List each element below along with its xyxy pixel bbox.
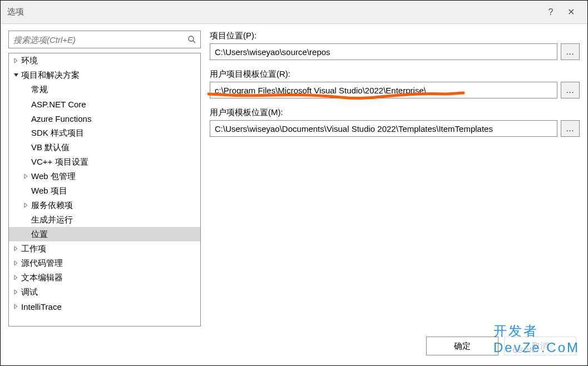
chevron-right-icon[interactable] bbox=[12, 245, 20, 253]
project-location-group: 项目位置(P): ... bbox=[210, 31, 580, 60]
tree-item[interactable]: VB 默认值 bbox=[9, 140, 200, 155]
tree-item[interactable]: 位置 bbox=[9, 227, 200, 241]
titlebar: 选项 ? ✕ bbox=[1, 1, 587, 24]
no-expander bbox=[22, 115, 30, 122]
tree-item[interactable]: 工作项 bbox=[9, 241, 200, 256]
tree-item[interactable]: 环境 bbox=[9, 53, 200, 68]
tree-item-label: 服务依赖项 bbox=[31, 200, 73, 211]
search-icon[interactable] bbox=[184, 31, 200, 48]
tree-item[interactable]: Azure Functions bbox=[9, 111, 200, 126]
tree-item-label: 常规 bbox=[31, 85, 48, 95]
window-title: 选项 bbox=[7, 7, 541, 17]
ok-button[interactable]: 确定 bbox=[426, 337, 498, 355]
left-column: 环境项目和解决方案常规ASP.NET CoreAzure FunctionsSD… bbox=[8, 31, 201, 327]
user-project-template-group: 用户项目模板位置(R): ... bbox=[210, 69, 580, 98]
tree-item[interactable]: Web 包管理 bbox=[9, 169, 200, 184]
cancel-button[interactable]: 取消 bbox=[504, 337, 576, 355]
options-tree[interactable]: 环境项目和解决方案常规ASP.NET CoreAzure FunctionsSD… bbox=[8, 53, 201, 327]
tree-item-label: VB 默认值 bbox=[31, 142, 70, 153]
chevron-right-icon[interactable] bbox=[12, 274, 20, 281]
chevron-right-icon[interactable] bbox=[12, 57, 20, 65]
tree-item-label: 位置 bbox=[31, 229, 48, 240]
tree-item[interactable]: 源代码管理 bbox=[9, 256, 200, 270]
project-location-label: 项目位置(P): bbox=[210, 31, 580, 41]
tree-item-label: 环境 bbox=[21, 56, 38, 66]
tree-item[interactable]: Web 项目 bbox=[9, 184, 200, 198]
tree-item-label: 生成并运行 bbox=[31, 215, 73, 225]
tree-item[interactable]: 文本编辑器 bbox=[9, 270, 200, 285]
tree-item-label: Web 项目 bbox=[31, 186, 67, 196]
user-item-template-input[interactable] bbox=[210, 120, 557, 137]
no-expander bbox=[22, 144, 30, 151]
no-expander bbox=[22, 216, 30, 224]
tree-item[interactable]: ASP.NET Core bbox=[9, 97, 200, 111]
chevron-right-icon[interactable] bbox=[12, 288, 20, 296]
tree-item-label: ASP.NET Core bbox=[31, 100, 86, 109]
tree-item-label: IntelliTrace bbox=[21, 302, 62, 311]
user-item-template-browse-button[interactable]: ... bbox=[561, 120, 580, 137]
user-project-template-input[interactable] bbox=[210, 82, 557, 98]
tree-item[interactable]: SDK 样式项目 bbox=[9, 126, 200, 140]
tree-item-label: VC++ 项目设置 bbox=[31, 157, 88, 167]
tree-item[interactable]: 项目和解决方案 bbox=[9, 68, 200, 82]
no-expander bbox=[22, 230, 30, 238]
svg-line-1 bbox=[193, 41, 195, 43]
tree-item-label: Web 包管理 bbox=[31, 171, 76, 182]
user-project-template-label: 用户项目模板位置(R): bbox=[210, 69, 580, 80]
content: 环境项目和解决方案常规ASP.NET CoreAzure FunctionsSD… bbox=[1, 24, 587, 327]
help-icon[interactable]: ? bbox=[541, 2, 561, 22]
chevron-down-icon[interactable] bbox=[12, 71, 20, 79]
tree-item-label: Azure Functions bbox=[31, 114, 91, 123]
tree-item-label: 文本编辑器 bbox=[21, 273, 63, 283]
tree-item[interactable]: VC++ 项目设置 bbox=[9, 155, 200, 169]
user-item-template-label: 用户项模板位置(M): bbox=[210, 107, 580, 118]
chevron-right-icon[interactable] bbox=[12, 303, 20, 310]
tree-item-label: 项目和解决方案 bbox=[21, 70, 80, 81]
no-expander bbox=[22, 129, 30, 137]
search-input[interactable] bbox=[9, 31, 184, 48]
right-column: 项目位置(P): ... 用户项目模板位置(R): ... 用户项模板位置(M)… bbox=[210, 31, 580, 327]
close-icon[interactable]: ✕ bbox=[561, 2, 581, 22]
user-item-template-group: 用户项模板位置(M): ... bbox=[210, 107, 580, 137]
no-expander bbox=[22, 158, 30, 166]
footer: 确定 取消 bbox=[1, 327, 587, 365]
tree-item[interactable]: IntelliTrace bbox=[9, 299, 200, 314]
chevron-right-icon[interactable] bbox=[22, 172, 30, 180]
project-location-input[interactable] bbox=[210, 43, 557, 60]
tree-item-label: 调试 bbox=[21, 287, 38, 298]
user-project-template-browse-button[interactable]: ... bbox=[561, 82, 580, 98]
tree-item[interactable]: 调试 bbox=[9, 285, 200, 299]
no-expander bbox=[22, 187, 30, 195]
tree-item[interactable]: 常规 bbox=[9, 82, 200, 97]
chevron-right-icon[interactable] bbox=[12, 259, 20, 267]
no-expander bbox=[22, 86, 30, 93]
svg-point-0 bbox=[189, 36, 194, 41]
tree-item-label: SDK 样式项目 bbox=[31, 128, 84, 139]
tree-item-label: 工作项 bbox=[21, 244, 46, 254]
project-location-browse-button[interactable]: ... bbox=[561, 43, 580, 60]
chevron-right-icon[interactable] bbox=[22, 201, 30, 209]
tree-item-label: 源代码管理 bbox=[21, 258, 63, 269]
tree-item[interactable]: 生成并运行 bbox=[9, 212, 200, 227]
no-expander bbox=[22, 100, 30, 108]
search-box[interactable] bbox=[8, 31, 201, 48]
tree-item[interactable]: 服务依赖项 bbox=[9, 198, 200, 212]
